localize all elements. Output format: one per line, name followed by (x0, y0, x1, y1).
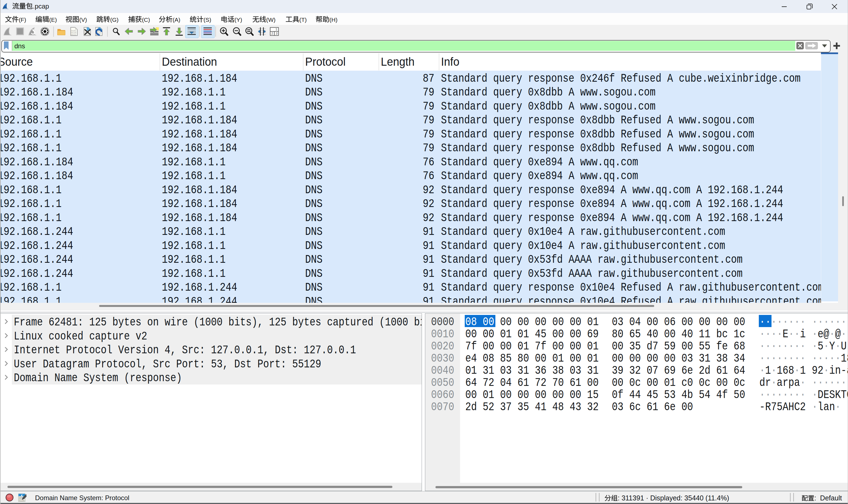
svg-text:01100: 01100 (19, 500, 24, 502)
svg-text:0111: 0111 (71, 34, 76, 36)
svg-text:3: 3 (276, 32, 278, 35)
svg-text:2: 2 (271, 32, 273, 35)
svg-text:1: 1 (276, 28, 277, 31)
